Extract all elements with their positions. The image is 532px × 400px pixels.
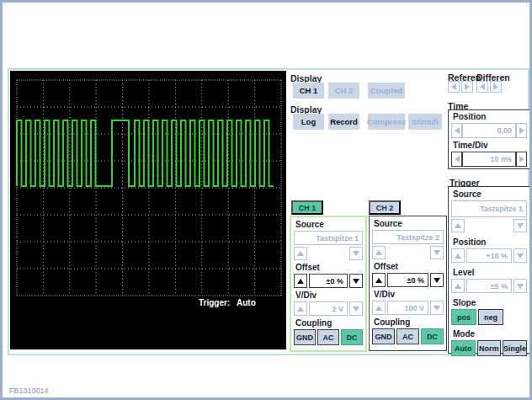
down-arrow-icon [353,251,359,256]
ch1-offset-field[interactable]: ±0 % [309,274,348,288]
ch1-offset-up-button[interactable] [294,274,307,288]
down-arrow-icon [517,223,524,228]
up-arrow-icon [455,223,461,228]
display-record-button[interactable]: Record [328,114,359,130]
trigger-level-down-button[interactable] [513,279,527,293]
ch1-coupling-dc-button[interactable]: DC [341,329,363,345]
ch2-coupling-gnd-button[interactable]: GND [372,328,395,344]
trigger-slope-pos-button[interactable]: pos [451,309,476,325]
display-coupled-button[interactable]: Coupled [368,83,405,99]
timediv-label: Time/Div [453,141,527,150]
timediv-right-button[interactable] [516,152,527,167]
ch2-offset-down-button[interactable] [430,273,444,287]
trigger-level-field[interactable]: ±5 % [466,279,512,293]
tab-ch2[interactable]: CH 2 [369,200,401,215]
trigger-source-up-button[interactable] [451,219,465,232]
trigger-level-up-button[interactable] [451,279,465,293]
ch1-offset-down-button[interactable] [349,274,363,288]
oscilloscope-app-panel: Trigger: Auto Display CH 1 CH 2 Coupled … [8,68,529,355]
ch1-source-field[interactable]: Tastspitze 1 [294,231,363,245]
ch1-vdiv-label: V/Div [295,291,363,300]
time-position-left-button[interactable] [451,123,462,138]
up-arrow-icon [297,279,304,284]
down-arrow-icon [517,284,524,289]
trigger-position-label: Position [453,237,527,247]
up-arrow-icon [375,306,382,311]
ch2-source-down-button[interactable] [430,246,444,259]
ch2-source-field[interactable]: Tastspitze 2 [372,230,444,244]
trigger-position-down-button[interactable] [513,248,527,263]
up-arrow-icon [375,278,382,283]
right-arrow-icon [493,83,498,90]
ch2-offset-up-button[interactable] [372,273,386,287]
ch2-source-up-button[interactable] [372,246,386,259]
ch1-source-down-button[interactable] [349,247,363,260]
display-ch1-button[interactable]: CH 1 [293,83,324,99]
display-log-button[interactable]: Log [293,114,324,130]
up-arrow-icon [297,307,304,312]
display-ch2-button[interactable]: CH 2 [328,83,359,99]
trigger-level-label: Level [453,268,527,277]
ch1-vdiv-down-button[interactable] [349,301,363,316]
app-window: Trigger: Auto Display CH 1 CH 2 Coupled … [0,0,532,400]
difference-prev-button[interactable] [476,81,488,93]
trigger-status-label: Trigger: [199,298,230,307]
ch2-vdiv-down-button[interactable] [430,301,444,315]
ch2-coupling-ac-button[interactable]: AC [396,328,419,344]
trigger-source-down-button[interactable] [513,219,527,232]
ch1-coupling-label: Coupling [295,318,363,328]
ch1-vdiv-field[interactable]: 2 V [309,301,348,316]
right-arrow-icon [519,127,524,134]
ch2-vdiv-field[interactable]: 100 V [387,301,428,315]
left-arrow-icon [451,83,456,90]
trigger-mode-label: Mode [453,329,527,339]
ch2-vdiv-up-button[interactable] [372,301,386,315]
difference-next-button[interactable] [490,81,502,93]
display-compress-button[interactable]: Compress [368,114,405,130]
ch1-vdiv-up-button[interactable] [294,301,307,316]
timediv-field[interactable]: 10 ms [462,152,516,167]
up-arrow-icon [297,251,304,256]
ch2-offset-label: Offset [374,262,444,271]
trigger-mode-single-button[interactable]: Single [503,340,527,356]
tab-ch1[interactable]: CH 1 [291,200,323,215]
ch1-offset-label: Offset [295,263,363,272]
ch1-coupling-gnd-button[interactable]: GND [294,329,316,345]
time-position-field[interactable]: 0,00 [462,123,516,138]
ch2-panel: Source Tastspitze 2 Offset ±0 % V/Div 10… [369,216,447,351]
ch1-panel: Source Tastspitze 1 Offset ±0 % V/Div 2 … [290,216,367,352]
trigger-slope-label: Slope [453,298,527,307]
up-arrow-icon [455,284,461,289]
trigger-panel: Source Tastspitze 1 Position +10 % Level… [448,186,530,354]
trigger-mode-auto-button[interactable]: Auto [451,340,476,356]
timediv-left-button[interactable] [451,152,462,167]
reference-prev-button[interactable] [448,81,460,93]
ch2-coupling-dc-button[interactable]: DC [421,328,444,344]
up-arrow-icon [455,253,461,259]
trigger-slope-neg-button[interactable]: neg [478,309,503,325]
down-arrow-icon [434,278,440,283]
time-panel: Position 0,00 Time/Div 10 ms [448,109,530,169]
reference-next-button[interactable] [461,81,473,93]
oscilloscope-display: Trigger: Auto [10,71,286,349]
ch1-coupling-ac-button[interactable]: AC [317,329,339,345]
left-arrow-icon [480,83,485,90]
trigger-position-up-button[interactable] [451,248,465,263]
trigger-status-value: Auto [237,298,256,307]
ch1-source-up-button[interactable] [294,247,307,260]
right-arrow-icon [465,83,470,90]
up-arrow-icon [375,250,382,255]
trigger-mode-norm-button[interactable]: Norm [477,340,502,356]
figure-id: FB1310014 [9,387,49,395]
display-stimuli-button[interactable]: Stimuli [408,114,442,130]
time-position-label: Position [453,112,527,121]
down-arrow-icon [434,306,440,311]
ch2-offset-field[interactable]: ±0 % [387,273,428,287]
left-arrow-icon [455,156,460,163]
ch2-source-label: Source [374,219,444,228]
trigger-source-field[interactable]: Tastspitze 1 [451,200,527,217]
down-arrow-icon [517,253,524,259]
trigger-position-field[interactable]: +10 % [466,248,512,263]
time-position-right-button[interactable] [516,123,527,138]
trigger-source-label: Source [453,189,527,199]
